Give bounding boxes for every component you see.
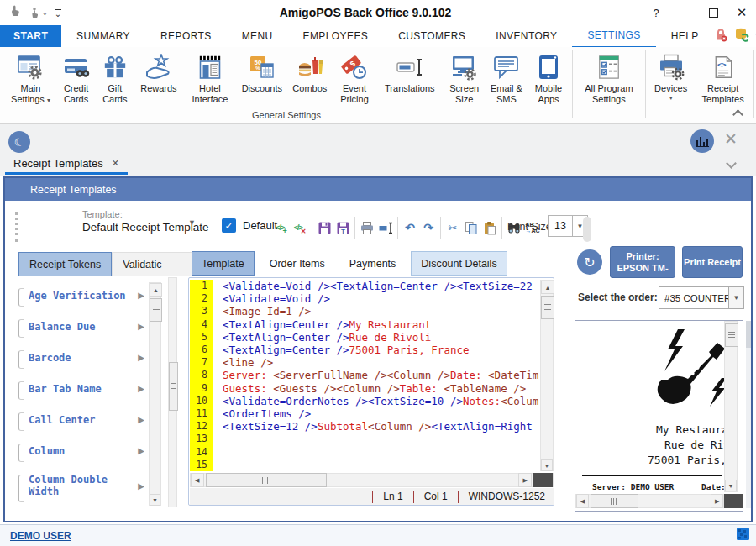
tab-customers[interactable]: CUSTOMERS	[383, 25, 480, 47]
document-tab-receipt-templates[interactable]: Receipt Templates ✕	[5, 154, 128, 175]
token-item[interactable]: Age Verification▶	[18, 287, 144, 307]
token-item[interactable]: Bar Tab Name▶	[18, 381, 144, 400]
tab-inventory[interactable]: INVENTORY	[480, 25, 572, 47]
scroll-up-icon[interactable]: ▲	[541, 281, 554, 294]
ribbon-rewards[interactable]: Rewards	[134, 47, 183, 123]
touch-mode-icon[interactable]: ⌄	[29, 6, 48, 19]
minimize-button[interactable]	[670, 2, 699, 24]
tab-receipt-tokens[interactable]: Receipt Tokens	[18, 252, 112, 276]
scroll-right-icon[interactable]: ▶	[518, 473, 532, 487]
preview-vscrollbar[interactable]: ▼	[724, 321, 738, 492]
tab-validation[interactable]: Validatic	[112, 252, 192, 276]
remove-template-icon[interactable]: </>✕	[291, 218, 309, 237]
scrollbar-thumb[interactable]	[591, 494, 638, 508]
paste-icon[interactable]	[480, 218, 499, 237]
maximize-button[interactable]	[699, 2, 727, 24]
editor-hscrollbar[interactable]: ◀ ▶	[190, 473, 554, 487]
toolbar-grip[interactable]	[15, 212, 18, 242]
token-item[interactable]: Balance Due▶	[18, 318, 144, 338]
connection-grid-icon[interactable]	[737, 528, 749, 543]
scrollbar-thumb[interactable]	[541, 296, 554, 319]
token-item[interactable]: Barcode▶	[18, 349, 144, 369]
print-receipt-button[interactable]: Print Receipt	[682, 246, 743, 278]
scrollbar-thumb[interactable]	[725, 323, 738, 347]
scroll-left-icon[interactable]: ◀	[576, 494, 589, 508]
tokens-scrollbar[interactable]: ▲ ▼	[149, 282, 161, 506]
ribbon-main-settings[interactable]: Main Settings ▾	[5, 47, 56, 123]
scroll-down-icon[interactable]: ▼	[541, 459, 553, 471]
copy-icon[interactable]	[462, 218, 480, 237]
ribbon-translations[interactable]: Translations	[377, 47, 444, 123]
ribbon-credit-cards[interactable]: Credit Cards	[56, 47, 96, 123]
current-user-link[interactable]: DEMO USER	[10, 530, 71, 542]
tab-menu[interactable]: MENU	[227, 25, 288, 47]
print-icon[interactable]	[358, 218, 376, 237]
redo-icon[interactable]: ↷	[419, 218, 438, 237]
scroll-up-icon[interactable]: ▲	[150, 283, 162, 297]
ribbon-hotel-interface[interactable]: Hotel Interface	[183, 47, 236, 123]
tab-employees[interactable]: EMPLOYEES	[288, 25, 384, 47]
save-icon[interactable]	[315, 218, 333, 237]
expand-arrow-icon[interactable]: ▶	[138, 291, 144, 300]
ribbon-event-pricing[interactable]: $ Event Pricing	[332, 47, 376, 123]
save-as-icon[interactable]: T	[333, 218, 352, 237]
ribbon-gift-cards[interactable]: Gift Cards	[96, 47, 134, 123]
expand-arrow-icon[interactable]: ▶	[138, 322, 144, 331]
ribbon-email-sms[interactable]: Email & SMS	[486, 47, 527, 123]
tokens-panel-scrollbar[interactable]	[168, 277, 177, 507]
tab-template[interactable]: Template	[192, 251, 255, 276]
editor-vscrollbar[interactable]: ▲ ▼	[540, 280, 554, 471]
collapse-workspace-button[interactable]	[727, 160, 735, 167]
ribbon-all-program-settings[interactable]: All Program Settings	[575, 47, 644, 123]
token-item[interactable]: Column▶	[18, 443, 144, 462]
close-button[interactable]: ✕	[727, 2, 756, 24]
help-button[interactable]: ?	[642, 2, 670, 24]
tab-reports[interactable]: REPORTS	[145, 25, 227, 47]
scrollbar-thumb[interactable]	[746, 321, 751, 348]
ribbon-mobile-apps[interactable]: Mobile Apps	[527, 47, 570, 123]
scroll-down-icon[interactable]: ▼	[725, 480, 737, 491]
panel-scrollbar[interactable]	[746, 321, 751, 508]
add-template-icon[interactable]: </>+	[272, 218, 291, 237]
lock-icon[interactable]	[714, 28, 728, 45]
scrollbar-thumb[interactable]	[206, 473, 328, 487]
code-area[interactable]: <Validate=Void /><TextAlign=Center /><Te…	[223, 280, 540, 471]
tab-settings[interactable]: SETTINGS	[572, 24, 655, 48]
undo-icon[interactable]: ↶	[401, 218, 419, 237]
scroll-right-icon[interactable]: ▶	[711, 494, 723, 508]
scroll-down-icon[interactable]: ▼	[150, 494, 160, 506]
scrollbar-thumb[interactable]	[169, 362, 178, 411]
font-size-select[interactable]: 13 ▼	[548, 215, 588, 237]
toolbar-overflow-handle[interactable]	[583, 217, 591, 242]
touch-settings-icon[interactable]	[8, 4, 22, 21]
theme-toggle-button[interactable]: ☾	[8, 131, 30, 153]
tab-payments[interactable]: Payments	[340, 252, 406, 275]
expand-arrow-icon[interactable]: ▶	[138, 446, 144, 455]
tab-discount-details[interactable]: Discount Details	[411, 251, 507, 276]
expand-arrow-icon[interactable]: ▶	[138, 481, 144, 491]
scrollbar-thumb[interactable]	[150, 298, 162, 322]
refresh-preview-button[interactable]: ↻	[577, 249, 602, 275]
tab-start[interactable]: START	[0, 25, 61, 47]
ribbon-collapse-button[interactable]	[734, 111, 742, 118]
ribbon-devices[interactable]: Devices ▾	[648, 47, 694, 123]
expand-arrow-icon[interactable]: ▶	[138, 415, 144, 424]
default-checkbox-group[interactable]: ✓ Default	[222, 218, 277, 233]
close-tab-icon[interactable]: ✕	[112, 158, 119, 169]
ribbon-screen-size[interactable]: Screen Size	[443, 47, 486, 123]
close-workspace-button[interactable]: ✕	[724, 129, 738, 149]
rename-icon[interactable]	[376, 218, 395, 237]
token-item[interactable]: Column Double Width▶	[18, 474, 144, 502]
reports-chart-button[interactable]	[690, 129, 714, 153]
order-select[interactable]: #35 COUNTER ▼	[659, 286, 744, 309]
ribbon-receipt-templates[interactable]: <> Receipt Templates	[694, 47, 752, 123]
expand-arrow-icon[interactable]: ▶	[138, 384, 144, 393]
token-item[interactable]: Call Center▶	[18, 412, 144, 431]
scroll-left-icon[interactable]: ◀	[191, 473, 204, 487]
tab-order-items[interactable]: Order Items	[260, 252, 334, 275]
template-code-editor[interactable]: 12 34 56 78 910 1112 1314 15 <Validate=V…	[188, 277, 554, 506]
database-sync-icon[interactable]	[734, 28, 749, 45]
order-select-caret-icon[interactable]: ▼	[728, 287, 743, 308]
expand-arrow-icon[interactable]: ▶	[138, 353, 144, 362]
printer-select-button[interactable]: Printer: EPSON TM-	[610, 246, 675, 278]
